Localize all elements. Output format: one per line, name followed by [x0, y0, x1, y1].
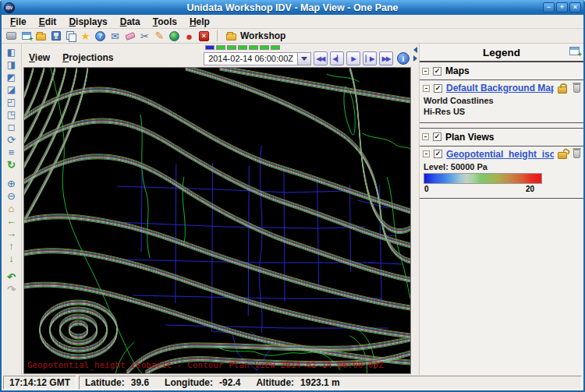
maps-visibility-checkbox[interactable] — [433, 67, 441, 76]
step-back-button[interactable]: ◀▏ — [330, 51, 344, 65]
time-step-indicator[interactable] — [205, 45, 280, 50]
rotate-view-icon[interactable]: ⟳ — [5, 133, 19, 146]
toolbar-separator — [217, 30, 218, 41]
status-bar: 17:14:12 GMT Latitude: 39.6 Longitude: -… — [2, 375, 583, 390]
float-legend-icon[interactable] — [569, 47, 580, 55]
idv-main-window: IDV Unidata Workshop IDV - Map View - On… — [0, 0, 585, 392]
menu-view[interactable]: View — [29, 52, 50, 63]
workshop-label: Workshop — [240, 30, 285, 41]
time-step-box[interactable] — [216, 45, 225, 50]
send-support-icon[interactable]: ✉ — [109, 30, 121, 42]
collapse-icon[interactable] — [423, 85, 430, 92]
pan-left-icon[interactable]: ← — [5, 214, 19, 227]
view-bottom-icon[interactable]: ◨ — [5, 58, 19, 71]
pan-right-icon[interactable]: → — [5, 227, 19, 239]
close-button[interactable]: × — [569, 2, 581, 12]
animation-properties-button[interactable]: i — [397, 52, 410, 65]
map-view-panel: View Projections 2014 — [22, 44, 412, 375]
menu-projections[interactable]: Projections — [62, 52, 113, 63]
menu-tools[interactable]: Tools — [147, 16, 183, 28]
zoom-out-icon[interactable]: ⊖ — [5, 189, 19, 202]
view-toolbar: ◧ ◨ ◩ ◪ ◰ ◳ ◻ ⟳ ≡ ↻ ⊕ ⊖ ⌂ ← → ↑ ↓ ↶ — [2, 44, 22, 375]
zoom-in-icon[interactable]: ⊕ — [5, 177, 19, 189]
collapse-icon[interactable] — [422, 68, 429, 75]
view-front-icon[interactable]: ◰ — [5, 96, 19, 108]
geopotential-checkbox[interactable] — [434, 150, 442, 158]
pan-up-icon[interactable]: ↑ — [5, 239, 19, 252]
play-button[interactable]: ▶ — [346, 51, 360, 65]
new-display-window-icon[interactable] — [20, 30, 32, 42]
open-file-icon[interactable] — [35, 30, 47, 42]
save-bundle-icon[interactable] — [50, 30, 62, 42]
record-movie-icon[interactable]: ● — [183, 30, 195, 42]
title-bar[interactable]: IDV Unidata Workshop IDV - Map View - On… — [2, 0, 583, 15]
plan-views-visibility-checkbox[interactable] — [433, 132, 441, 141]
time-step-box[interactable] — [271, 45, 280, 50]
workshop-tab[interactable]: Workshop — [226, 30, 285, 41]
ruler-icon[interactable]: ≡ — [5, 146, 19, 158]
view-right-icon[interactable]: ◪ — [5, 83, 19, 96]
view-top-icon[interactable]: ◧ — [5, 46, 19, 58]
cursor-position-readout: Latitude: 39.6 Longitude: -92.4 Altitude… — [79, 376, 582, 390]
redo-icon[interactable]: ↷ — [5, 283, 19, 295]
legend-item-background-maps: Default Background Maps World Coastlines… — [420, 80, 583, 123]
favorites-star-icon[interactable]: ★ — [80, 30, 91, 42]
lock-icon[interactable] — [558, 87, 567, 94]
time-animation-control: 2014-02-14 06:00:00Z ◀◀ ◀▏ ▶ ▏▶ ▶▶ i — [204, 44, 410, 67]
collapse-icon[interactable] — [422, 133, 429, 140]
remove-display-icon[interactable] — [573, 84, 580, 93]
maps-category-label: Maps — [445, 65, 470, 76]
current-time-value: 2014-02-14 06:00:00Z — [204, 53, 297, 65]
edit-pencil-icon[interactable]: ✎ — [154, 30, 165, 42]
menu-edit[interactable]: Edit — [34, 16, 62, 28]
map-canvas[interactable] — [24, 68, 410, 373]
exit-icon[interactable]: × — [198, 30, 210, 42]
time-step-box[interactable] — [238, 45, 247, 50]
auto-rotate-icon[interactable]: ↻ — [5, 158, 19, 171]
geopotential-display-link[interactable]: Geopotential_height_isob... — [446, 149, 554, 160]
view-left-icon[interactable]: ◩ — [5, 71, 19, 83]
menu-help[interactable]: Help — [184, 16, 215, 28]
menu-file[interactable]: File — [5, 16, 32, 28]
go-to-end-button[interactable]: ▶▶ — [379, 51, 393, 65]
map-menu-bar: View Projections — [24, 52, 117, 67]
legend-splitter[interactable] — [412, 44, 420, 375]
home-view-icon[interactable]: ⌂ — [5, 202, 19, 214]
menu-data[interactable]: Data — [115, 16, 146, 28]
minimize-button[interactable]: − — [543, 2, 555, 12]
time-select-dropdown[interactable]: 2014-02-14 06:00:00Z — [204, 52, 311, 65]
view-back-icon[interactable]: ◳ — [5, 108, 19, 121]
background-maps-link[interactable]: Default Background Maps — [446, 83, 554, 94]
altitude-value: 1923.1 m — [300, 377, 340, 388]
perspective-view-icon[interactable]: ◻ — [5, 121, 19, 133]
plan-views-category-label: Plan Views — [445, 132, 494, 143]
splitter-collapse-right-icon[interactable] — [413, 55, 417, 62]
globe-icon[interactable] — [168, 30, 180, 42]
map-display-area[interactable]: Geopotential_height_isobaric - Contour P… — [23, 67, 411, 374]
show-dashboard-icon[interactable] — [5, 30, 17, 42]
time-step-box[interactable] — [227, 45, 236, 50]
main-toolbar: ★ ? ✉ ✂ ✎ ● × Workshop — [2, 29, 583, 44]
step-forward-button[interactable]: ▏▶ — [363, 51, 377, 65]
color-scale-bar[interactable] — [424, 173, 542, 184]
background-maps-checkbox[interactable] — [434, 84, 442, 93]
altitude-label: Altitude: — [256, 377, 294, 388]
menu-displays[interactable]: Displays — [63, 16, 112, 28]
remove-display-icon[interactable] — [573, 150, 580, 158]
time-step-box[interactable] — [205, 45, 214, 50]
maximize-button[interactable]: + — [556, 2, 568, 12]
time-step-box[interactable] — [249, 45, 258, 50]
collapse-icon[interactable] — [423, 150, 430, 157]
cut-icon[interactable]: ✂ — [139, 30, 151, 42]
dropdown-arrow-icon[interactable] — [297, 53, 310, 65]
undo-icon[interactable]: ↶ — [5, 270, 19, 283]
help-icon[interactable]: ? — [94, 30, 106, 42]
unlock-icon[interactable] — [558, 152, 567, 159]
clock-readout: 17:14:12 GMT — [3, 376, 76, 390]
pan-down-icon[interactable]: ↓ — [5, 252, 19, 264]
splitter-collapse-left-icon[interactable] — [413, 47, 417, 53]
go-to-start-button[interactable]: ◀◀ — [314, 51, 328, 65]
copy-icon[interactable] — [65, 30, 76, 42]
eraser-icon[interactable] — [124, 30, 136, 42]
time-step-box[interactable] — [260, 45, 269, 50]
